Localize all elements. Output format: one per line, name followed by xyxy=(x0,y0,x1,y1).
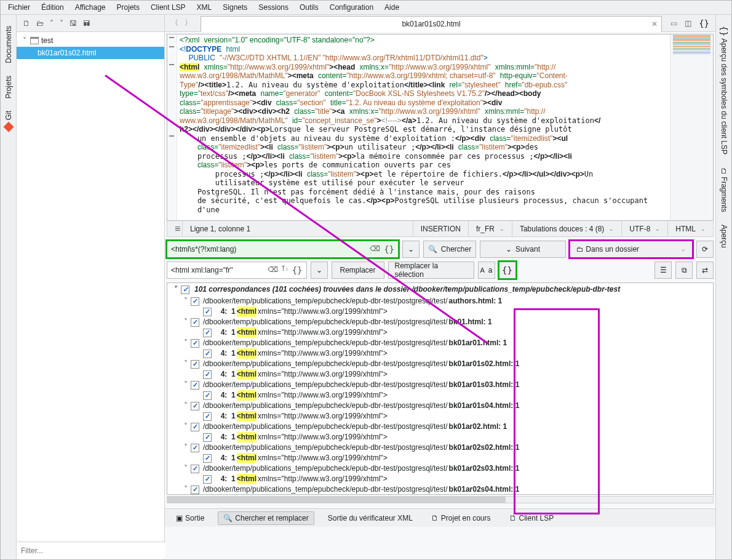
checkbox[interactable] xyxy=(203,412,212,421)
result-file[interactable]: ˅/dbooker/temp/publications_temp/epubche… xyxy=(167,338,713,348)
nav-back-icon[interactable]: 〈 xyxy=(171,18,178,28)
menu-xml[interactable]: XML xyxy=(197,3,212,12)
tab-xml-output[interactable]: Sortie du vérificateur XML xyxy=(323,512,418,524)
replace-input[interactable]: <html xml:lang="fr" ⌫T↓{} xyxy=(167,262,307,279)
results-scrollbar[interactable] xyxy=(167,496,714,503)
save-icon[interactable]: 🖫 xyxy=(70,19,77,28)
status-tabs[interactable]: Tabulations douces : 4 (8)⌄ xyxy=(512,221,621,236)
checkbox[interactable] xyxy=(181,286,189,294)
result-match[interactable]: 4: 1 <html xmlns="http://www.w3.org/1999… xyxy=(167,369,713,380)
status-menu-icon[interactable]: ≡ xyxy=(167,221,182,236)
checkbox[interactable] xyxy=(191,339,199,348)
menu-config[interactable]: Configuration xyxy=(330,3,373,12)
new-tab-button[interactable]: ⧉ xyxy=(675,262,693,279)
code-editor[interactable]: <?xml version="1.0" encoding="UTF-8" sta… xyxy=(167,34,714,221)
result-match[interactable]: 4: 1 <html xmlns="http://www.w3.org/1999… xyxy=(167,411,713,422)
braces-icon[interactable]: {} xyxy=(699,18,709,28)
regex-icon[interactable]: {} xyxy=(384,244,394,254)
replace-dropdown[interactable]: ⌄ xyxy=(311,262,328,279)
rail-projects[interactable]: Projets xyxy=(4,76,13,98)
result-file[interactable]: ˅/dbooker/temp/publications_temp/epubche… xyxy=(167,359,713,369)
result-file[interactable]: ˅/dbooker/temp/publications_temp/epubche… xyxy=(167,422,713,432)
rail-git[interactable]: Git xyxy=(4,111,14,132)
tree-folder[interactable]: ˅ test xyxy=(17,34,164,47)
checkbox[interactable] xyxy=(203,475,212,484)
find-button[interactable]: 🔍 Chercher xyxy=(423,241,476,258)
checkbox[interactable] xyxy=(191,444,199,452)
new-file-icon[interactable]: 🗋 xyxy=(23,19,30,28)
status-encoding[interactable]: UTF-8⌄ xyxy=(621,221,667,236)
checkbox[interactable] xyxy=(203,308,212,316)
nav-fwd-icon[interactable]: 〉 xyxy=(185,18,192,28)
checkbox[interactable] xyxy=(191,381,199,390)
checkbox[interactable] xyxy=(191,465,199,473)
refresh-button[interactable]: ⟳ xyxy=(696,241,714,258)
clear-icon[interactable]: ⌫ xyxy=(370,244,380,254)
clear-icon[interactable]: ⌫ xyxy=(268,265,278,275)
status-locale[interactable]: fr_FR⌄ xyxy=(468,221,512,236)
editor-tab[interactable]: bk01ar01s02.html ✕ xyxy=(201,16,662,32)
filter-input[interactable] xyxy=(21,546,162,555)
down-icon[interactable]: ˅ xyxy=(60,19,63,28)
checkbox[interactable] xyxy=(203,350,212,358)
status-lang[interactable]: HTML⌄ xyxy=(667,221,713,236)
tab-project[interactable]: 🗋 Projet en cours xyxy=(426,512,496,524)
rail-preview[interactable]: Aperçu xyxy=(720,225,728,248)
checkbox[interactable] xyxy=(203,329,212,337)
save-all-icon[interactable]: 🖬 xyxy=(83,19,90,28)
checkbox[interactable] xyxy=(203,391,212,400)
result-file[interactable]: ˅/dbooker/temp/publications_temp/epubche… xyxy=(167,442,713,453)
folder-scope-button[interactable]: 🗀 Dans un dossier⌄ xyxy=(570,241,693,258)
replace-sel-button[interactable]: Remplacer la sélection xyxy=(388,262,474,279)
filter-box[interactable] xyxy=(17,542,165,559)
result-match[interactable]: 4: 1 <html xmlns="http://www.w3.org/1999… xyxy=(167,327,713,338)
regex-toggle-button[interactable]: {} xyxy=(499,262,516,279)
checkbox[interactable] xyxy=(191,402,199,410)
status-mode[interactable]: INSERTION xyxy=(413,221,468,236)
result-file[interactable]: ˅/dbooker/temp/publications_temp/epubche… xyxy=(167,317,713,327)
checkbox[interactable] xyxy=(191,423,199,431)
minimap[interactable] xyxy=(670,34,713,220)
split-v-icon[interactable]: ◫ xyxy=(685,19,691,28)
menu-help[interactable]: Aide xyxy=(384,3,399,12)
case-icon[interactable]: T↓ xyxy=(282,265,288,275)
expand-button[interactable]: ☰ xyxy=(654,262,672,279)
settings-button[interactable]: ⇄ xyxy=(696,262,714,279)
menu-projects[interactable]: Projets xyxy=(117,3,140,12)
regex-icon[interactable]: {} xyxy=(292,265,303,275)
checkbox[interactable] xyxy=(203,433,212,442)
checkbox[interactable] xyxy=(191,360,199,369)
result-file[interactable]: ˅/dbooker/temp/publications_temp/epubche… xyxy=(167,463,713,474)
result-file[interactable]: ˅/dbooker/temp/publications_temp/epubche… xyxy=(167,380,713,390)
close-icon[interactable]: ✕ xyxy=(651,20,658,28)
result-match[interactable]: 4: 1 <html xmlns="http://www.w3.org/1999… xyxy=(167,432,713,442)
search-results[interactable]: ˅101 correspondances (101 cochées) trouv… xyxy=(167,282,714,495)
result-match[interactable]: 4: 1 <html xmlns="http://www.w3.org/1999… xyxy=(167,306,713,317)
open-file-icon[interactable]: 🗁 xyxy=(36,19,44,28)
rail-fragments[interactable]: 🗋 Fragments xyxy=(720,167,728,212)
checkbox[interactable] xyxy=(191,486,199,494)
status-position[interactable]: Ligne 1, colonne 1 xyxy=(182,221,413,236)
tab-search-replace[interactable]: 🔍 Chercher et remplacer xyxy=(218,511,314,525)
menu-bookmarks[interactable]: Signets xyxy=(223,3,247,12)
result-file[interactable]: ˅/dbooker/temp/publications_temp/epubche… xyxy=(167,484,713,495)
menu-view[interactable]: Affichage xyxy=(75,3,106,12)
checkbox[interactable] xyxy=(191,318,199,327)
find-dropdown[interactable]: ⌄ xyxy=(402,241,420,258)
menu-tools[interactable]: Outils xyxy=(300,3,319,12)
menu-edit[interactable]: Édition xyxy=(41,3,64,12)
rail-documents[interactable]: Documents xyxy=(4,26,13,63)
checkbox[interactable] xyxy=(191,297,199,306)
next-button[interactable]: ⌄ Suivant xyxy=(480,241,566,258)
case-button[interactable]: Aa xyxy=(478,262,495,279)
result-file[interactable]: ˅/dbooker/temp/publications_temp/epubche… xyxy=(167,401,713,411)
result-file[interactable]: ˅/dbooker/temp/publications_temp/epubche… xyxy=(167,296,713,306)
menu-sessions[interactable]: Sessions xyxy=(258,3,288,12)
result-match[interactable]: 4: 1 <html xmlns="http://www.w3.org/1999… xyxy=(167,348,713,359)
up-icon[interactable]: ˄ xyxy=(50,19,54,28)
result-match[interactable]: 4: 1 <html xmlns="http://www.w3.org/1999… xyxy=(167,474,713,484)
checkbox[interactable] xyxy=(203,454,212,463)
result-match[interactable]: 4: 1 <html xmlns="http://www.w3.org/1999… xyxy=(167,390,713,401)
split-h-icon[interactable]: ▭ xyxy=(670,19,677,28)
rail-lsp-symbols[interactable]: {} Aperçu des symboles du client LSP xyxy=(719,26,729,154)
